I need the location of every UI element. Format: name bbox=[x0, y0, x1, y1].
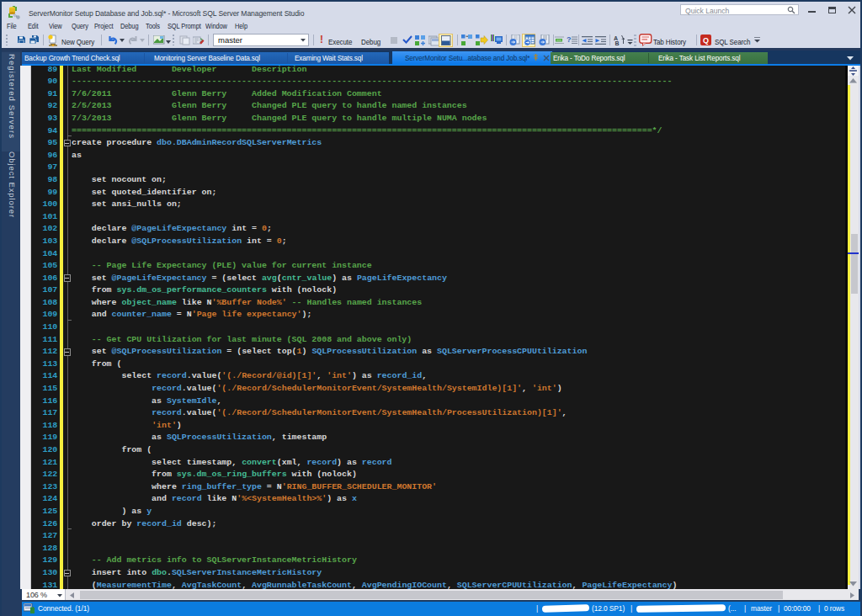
svg-text:Q: Q bbox=[703, 36, 709, 45]
svg-text:?: ? bbox=[567, 35, 572, 44]
svg-text:B: B bbox=[615, 40, 620, 45]
